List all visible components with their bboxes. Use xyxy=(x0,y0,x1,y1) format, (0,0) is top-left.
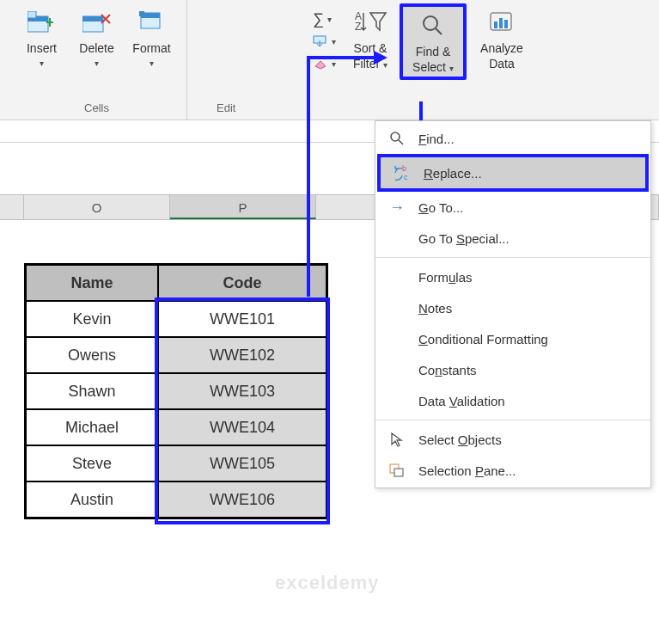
col-header-P[interactable]: P xyxy=(170,195,316,219)
chevron-down-icon: ▾ xyxy=(95,58,99,70)
cells-group: Insert ▾ Delete ▾ xyxy=(7,0,187,120)
chevron-down-icon: ▾ xyxy=(327,15,332,24)
svg-rect-14 xyxy=(494,21,497,28)
menu-goto-label: Go To... xyxy=(418,200,463,215)
menu-notes[interactable]: Notes xyxy=(375,292,650,323)
menu-find[interactable]: Find... xyxy=(375,123,650,154)
fill-button[interactable]: ▾ xyxy=(313,33,336,50)
analyze-data-icon xyxy=(489,7,515,38)
menu-cond-format-label: Conditional Formatting xyxy=(418,332,548,347)
svg-point-12 xyxy=(424,16,437,30)
svg-text:b: b xyxy=(402,165,406,173)
selection-pane-icon xyxy=(387,462,406,479)
format-label: Format xyxy=(132,41,170,57)
cell-code[interactable]: WWE105 xyxy=(158,445,326,481)
table-header-name[interactable]: Name xyxy=(26,265,158,301)
svg-rect-4 xyxy=(82,16,103,21)
replace-icon: b c xyxy=(393,164,412,181)
magnifier-icon xyxy=(421,10,445,41)
menu-separator xyxy=(375,420,650,420)
cursor-icon xyxy=(387,431,406,448)
magnifier-icon xyxy=(387,130,406,147)
svg-point-17 xyxy=(391,132,400,141)
table-row: Austin WWE106 xyxy=(26,481,326,518)
chevron-down-icon: ▾ xyxy=(40,58,44,70)
menu-select-objects[interactable]: Select Objects xyxy=(375,424,650,455)
menu-replace[interactable]: b c Replace... xyxy=(377,154,649,192)
svg-rect-16 xyxy=(504,20,508,28)
table-header-code[interactable]: Code xyxy=(158,265,326,301)
find-select-button[interactable]: Find &Select ▾ xyxy=(400,3,467,80)
cell-name[interactable]: Steve xyxy=(26,445,158,481)
table-row: Kevin WWE101 xyxy=(26,301,326,337)
chevron-down-icon: ▾ xyxy=(332,37,336,46)
cell-code[interactable]: WWE101 xyxy=(158,301,326,337)
col-header-O[interactable]: O xyxy=(24,195,170,219)
menu-selection-pane-label: Selection Pane... xyxy=(418,463,516,478)
svg-rect-7 xyxy=(139,11,144,16)
analyze-data-button[interactable]: AnalyzeData xyxy=(470,3,534,73)
menu-goto-special-label: Go To Special... xyxy=(418,231,510,246)
watermark: exceldemy xyxy=(275,572,380,594)
svg-rect-2 xyxy=(27,11,36,18)
find-select-label: Find &Select ▾ xyxy=(412,45,454,75)
cell-name[interactable]: Kevin xyxy=(26,301,158,337)
goto-arrow-icon: → xyxy=(387,199,406,216)
sort-filter-label: Sort &Filter ▾ xyxy=(353,41,387,71)
menu-goto[interactable]: → Go To... xyxy=(375,192,650,223)
menu-constants[interactable]: Constants xyxy=(375,354,650,385)
ribbon: Insert ▾ Delete ▾ xyxy=(0,0,659,120)
delete-cells-icon xyxy=(82,7,112,38)
clear-button[interactable]: ▾ xyxy=(313,55,336,72)
col-header-blank[interactable] xyxy=(0,195,24,219)
table-row: Steve WWE105 xyxy=(26,445,326,481)
eraser-icon xyxy=(313,58,328,70)
insert-button[interactable]: Insert ▾ xyxy=(16,3,68,71)
fill-down-icon xyxy=(313,35,328,47)
insert-cells-icon xyxy=(27,7,57,38)
cell-code[interactable]: WWE102 xyxy=(158,337,326,373)
menu-select-objects-label: Select Objects xyxy=(418,432,502,447)
cell-name[interactable]: Shawn xyxy=(26,373,158,409)
cell-name[interactable]: Owens xyxy=(26,337,158,373)
editing-group: ∑ ▾ ▾ ▾ xyxy=(187,0,659,120)
menu-separator xyxy=(375,257,650,258)
insert-label: Insert xyxy=(27,41,57,57)
menu-data-validation[interactable]: Data Validation xyxy=(375,385,650,416)
chevron-down-icon: ▾ xyxy=(332,59,336,69)
table-row: Shawn WWE103 xyxy=(26,373,326,409)
format-button[interactable]: Format ▾ xyxy=(126,3,178,71)
cell-code[interactable]: WWE106 xyxy=(158,481,326,518)
find-select-dropdown: Find... b c Replace... → Go To... Go To … xyxy=(375,120,651,488)
menu-replace-label: Replace... xyxy=(424,166,482,181)
menu-find-label: Find... xyxy=(418,132,455,146)
data-table: Name Code Kevin WWE101 Owens WWE102 Shaw… xyxy=(24,263,328,519)
svg-rect-21 xyxy=(394,469,403,476)
sigma-icon: ∑ xyxy=(313,10,324,28)
table-row: Owens WWE102 xyxy=(26,337,326,373)
svg-marker-9 xyxy=(315,61,326,69)
menu-cond-format[interactable]: Conditional Formatting xyxy=(375,323,650,354)
format-icon xyxy=(139,7,165,38)
delete-button[interactable]: Delete ▾ xyxy=(71,3,123,71)
cell-name[interactable]: Austin xyxy=(26,481,158,518)
menu-formulas[interactable]: Formulas xyxy=(375,261,650,292)
sort-filter-button[interactable]: A Z Sort &Filter ▾ xyxy=(345,3,396,73)
menu-constants-label: Constants xyxy=(418,363,477,377)
analyze-data-label: AnalyzeData xyxy=(480,41,523,71)
edit-group-label: Edit xyxy=(194,98,652,120)
menu-notes-label: Notes xyxy=(418,301,452,316)
autosum-button[interactable]: ∑ ▾ xyxy=(313,10,336,28)
cell-code[interactable]: WWE103 xyxy=(158,373,326,409)
menu-selection-pane[interactable]: Selection Pane... xyxy=(375,455,650,486)
delete-label: Delete xyxy=(79,41,113,57)
cell-code[interactable]: WWE104 xyxy=(158,409,326,445)
svg-text:c: c xyxy=(404,173,408,181)
menu-goto-special[interactable]: Go To Special... xyxy=(375,223,650,254)
chevron-down-icon: ▾ xyxy=(149,58,154,70)
menu-data-validation-label: Data Validation xyxy=(418,394,505,408)
table-row: Michael WWE104 xyxy=(26,409,326,445)
cell-name[interactable]: Michael xyxy=(26,409,158,445)
menu-formulas-label: Formulas xyxy=(418,270,473,285)
svg-text:Z: Z xyxy=(355,21,361,33)
